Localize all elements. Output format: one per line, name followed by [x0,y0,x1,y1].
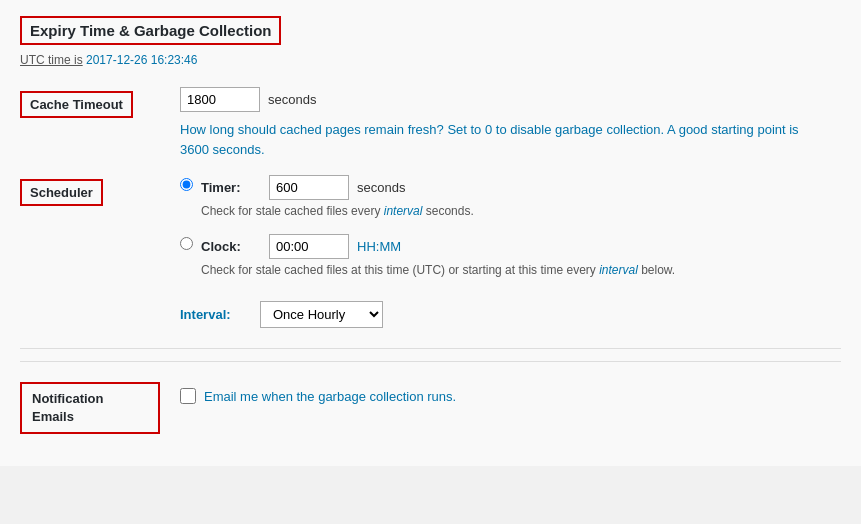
cache-timeout-unit: seconds [268,92,316,107]
clock-details: Clock: HH:MM Check for stale cached file… [201,234,675,277]
timer-unit: seconds [357,180,405,195]
hhmm-label: HH:MM [357,239,401,254]
notification-emails-label: NotificationEmails [20,382,160,434]
section-divider [20,348,841,349]
interval-select[interactable]: Once Hourly Twice Daily Daily Weekly [260,301,383,328]
notification-content: Email me when the garbage collection run… [180,378,841,404]
utc-datetime: 2017-12-26 16:23:46 [86,53,197,67]
cache-timeout-label: Cache Timeout [20,91,133,118]
notification-emails-row: NotificationEmails Email me when the gar… [20,361,841,434]
cache-timeout-content: seconds How long should cached pages rem… [180,87,841,159]
utc-time-row: UTC time is 2017-12-26 16:23:46 [20,53,841,67]
timer-subtext: Check for stale cached files every inter… [201,204,474,218]
timer-option: Timer: seconds Check for stale cached fi… [180,175,841,218]
cache-timeout-input[interactable] [180,87,260,112]
utc-label: UTC time is [20,53,83,67]
clock-subtext: Check for stale cached files at this tim… [201,263,675,277]
cache-timeout-label-cell: Cache Timeout [20,87,180,118]
notification-checkbox[interactable] [180,388,196,404]
scheduler-content: Timer: seconds Check for stale cached fi… [180,175,841,285]
notification-label-cell: NotificationEmails [20,378,180,434]
interval-label: Interval: [180,307,248,322]
timer-input[interactable] [269,175,349,200]
interval-row: Interval: Once Hourly Twice Daily Daily … [20,301,841,328]
timer-radio[interactable] [180,178,193,191]
clock-radio[interactable] [180,237,193,250]
cache-timeout-row: Cache Timeout seconds How long should ca… [20,87,841,159]
timer-label: Timer: [201,180,261,195]
clock-option: Clock: HH:MM Check for stale cached file… [180,234,841,277]
notification-checkbox-row: Email me when the garbage collection run… [180,388,841,404]
scheduler-row: Scheduler Timer: seconds Check for stale… [20,175,841,285]
clock-input[interactable] [269,234,349,259]
clock-label: Clock: [201,239,261,254]
main-container: Expiry Time & Garbage Collection UTC tim… [0,0,861,466]
cache-timeout-help: How long should cached pages remain fres… [180,120,830,159]
notification-checkbox-label: Email me when the garbage collection run… [204,389,456,404]
scheduler-label: Scheduler [20,179,103,206]
timer-details: Timer: seconds Check for stale cached fi… [201,175,474,218]
section-title: Expiry Time & Garbage Collection [20,16,281,45]
scheduler-label-cell: Scheduler [20,175,180,206]
